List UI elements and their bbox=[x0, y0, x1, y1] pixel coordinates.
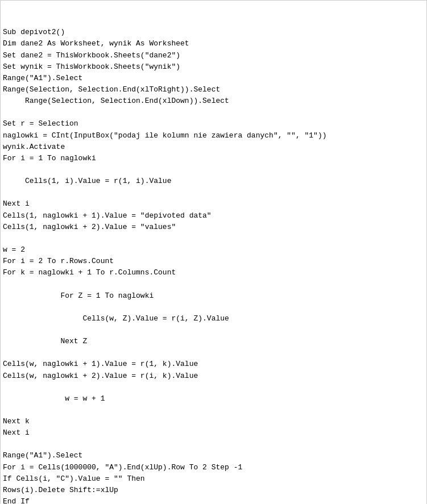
code-block: Sub depivot2() Dim dane2 As Worksheet, w… bbox=[3, 27, 424, 504]
code-container: Sub depivot2() Dim dane2 As Worksheet, w… bbox=[0, 0, 427, 504]
